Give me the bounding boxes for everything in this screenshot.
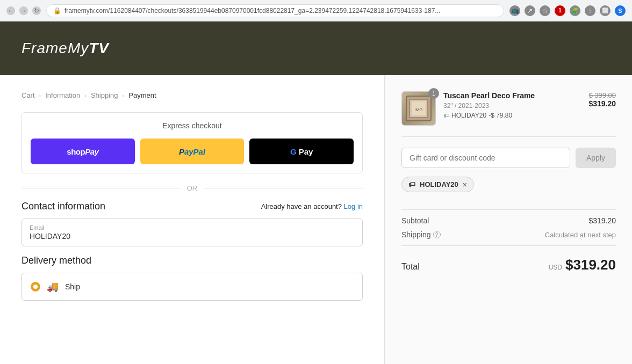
total-currency: USD [549, 264, 562, 271]
price-original: $ 399.00 [588, 91, 616, 99]
refresh-button[interactable]: ↻ [32, 6, 41, 15]
product-item: IMG 1 Tuscan Pearl Deco Frame 32" / 2021… [401, 91, 616, 137]
shipping-row: Shipping ? Calculated at next step [401, 230, 616, 239]
shop-pay-button[interactable]: shopPay [31, 139, 135, 164]
email-value: HOLIDAY20 [30, 232, 355, 241]
contact-section-heading: Contact information Already have an acco… [21, 201, 363, 212]
menu-icon[interactable]: ⋮ [585, 5, 595, 16]
total-right: USD $319.20 [549, 257, 616, 273]
main-content: Cart › Information › Shipping › Payment … [0, 75, 632, 364]
summary-divider-1 [401, 209, 616, 210]
breadcrumb-sep-1: › [39, 92, 41, 99]
subtotal-label: Subtotal [401, 216, 429, 225]
breadcrumb-sep-2: › [84, 92, 87, 99]
express-checkout-section: Express checkout shopPay PayPal G Pay [21, 112, 363, 173]
cast-icon[interactable]: 📺 [509, 5, 520, 16]
email-input-group[interactable]: Email HOLIDAY20 [21, 219, 363, 246]
extension-icon[interactable]: 1 [555, 5, 565, 16]
product-image-svg: IMG [405, 95, 432, 122]
or-divider: OR [21, 184, 363, 192]
delivery-section: Delivery method 🚚 Ship [21, 255, 363, 301]
browser-toolbar: 📺 ↗ ☆ 1 🧩 ⋮ ⬜ S [509, 5, 626, 16]
login-link[interactable]: Log in [344, 202, 363, 210]
shipping-label: Shipping [401, 230, 431, 239]
url-bar[interactable]: 🔒 framemytv.com/1162084407/checkouts/363… [46, 4, 504, 17]
subtotal-value: $319.20 [588, 216, 616, 225]
paypal-button[interactable]: PayPal [140, 139, 245, 164]
subtotal-row: Subtotal $319.20 [401, 216, 616, 225]
url-text: framemytv.com/1162084407/checkouts/36385… [64, 7, 440, 14]
breadcrumb-cart[interactable]: Cart [21, 91, 35, 99]
gift-card-input[interactable] [401, 148, 570, 168]
site-header: FrameMyTV [0, 21, 632, 75]
total-row: Total USD $319.20 [401, 252, 616, 273]
breadcrumb-sep-3: › [123, 92, 125, 99]
delivery-option-ship[interactable]: 🚚 Ship [21, 273, 363, 301]
gpay-label: G Pay [290, 147, 313, 156]
product-discount: 🏷 HOLIDAY20 -$ 79.80 [443, 112, 581, 119]
shipping-label-group: Shipping ? [401, 230, 441, 239]
login-prompt: Already have an account? Log in [261, 202, 363, 210]
summary-divider-2 [401, 245, 616, 246]
gift-card-row: Apply [401, 148, 616, 168]
product-meta: 32" / 2021-2023 [443, 102, 581, 110]
checkout-form: Cart › Information › Shipping › Payment … [0, 75, 385, 364]
price-current: $319.20 [588, 99, 616, 108]
paypal-label: PayPal [179, 147, 205, 156]
profile-icon[interactable]: S [615, 5, 626, 16]
discount-amount: -$ 79.80 [489, 112, 512, 119]
gpay-button[interactable]: G Pay [249, 139, 354, 164]
express-checkout-title: Express checkout [31, 121, 354, 130]
ship-label: Ship [65, 282, 80, 291]
tag-icon-applied: 🏷 [408, 180, 415, 188]
shipping-value: Calculated at next step [545, 231, 616, 239]
share-icon[interactable]: ↗ [525, 5, 535, 16]
breadcrumb-information[interactable]: Information [45, 91, 80, 99]
bookmark-icon[interactable]: ☆ [540, 5, 550, 16]
remove-discount-button[interactable]: × [463, 181, 467, 188]
contact-heading-text: Contact information [21, 201, 105, 212]
email-label: Email [30, 224, 355, 231]
product-prices: $ 399.00 $319.20 [588, 91, 616, 108]
apply-button[interactable]: Apply [576, 148, 616, 168]
extensions-icon[interactable]: 🧩 [570, 5, 580, 16]
page: FrameMyTV Cart › Information › Shipping … [0, 21, 632, 364]
shop-pay-label: shopPay [67, 147, 98, 156]
discount-code: HOLIDAY20 [451, 112, 486, 119]
product-name: Tuscan Pearl Deco Frame [443, 91, 581, 100]
total-amount: $319.20 [565, 257, 616, 273]
radio-inner [33, 285, 38, 289]
breadcrumb-shipping[interactable]: Shipping [91, 91, 118, 99]
breadcrumb-payment: Payment [128, 91, 156, 99]
browser-chrome: ← → ↻ 🔒 framemytv.com/1162084407/checkou… [0, 0, 632, 21]
or-text: OR [187, 184, 198, 192]
express-buttons-group: shopPay PayPal G Pay [31, 139, 354, 164]
applied-code-text: HOLIDAY20 [420, 180, 458, 188]
breadcrumb: Cart › Information › Shipping › Payment [21, 91, 363, 99]
already-text: Already have an account? [261, 202, 342, 210]
truck-icon: 🚚 [47, 281, 59, 293]
browser-nav-controls: ← → ↻ [6, 6, 41, 15]
forward-button[interactable]: → [19, 6, 28, 15]
logo-text: FrameMyTV [21, 40, 109, 56]
back-button[interactable]: ← [6, 6, 15, 15]
delivery-heading-text: Delivery method [21, 255, 91, 266]
discount-tag-icon: 🏷 [443, 112, 449, 119]
total-label: Total [401, 262, 420, 272]
tab-icon[interactable]: ⬜ [600, 5, 611, 16]
shipping-help-icon[interactable]: ? [433, 231, 441, 238]
ship-radio [31, 282, 40, 292]
product-quantity-badge: 1 [428, 88, 439, 99]
product-image-wrap: IMG 1 [401, 91, 436, 126]
applied-discount-tag: 🏷 HOLIDAY20 × [401, 177, 474, 192]
delivery-heading: Delivery method [21, 255, 363, 266]
applied-discount-row: 🏷 HOLIDAY20 × [401, 177, 616, 203]
product-info: Tuscan Pearl Deco Frame 32" / 2021-2023 … [443, 91, 581, 119]
svg-text:IMG: IMG [414, 107, 422, 112]
order-summary: IMG 1 Tuscan Pearl Deco Frame 32" / 2021… [385, 75, 632, 364]
site-logo: FrameMyTV [21, 40, 109, 57]
lock-icon: 🔒 [53, 7, 61, 14]
